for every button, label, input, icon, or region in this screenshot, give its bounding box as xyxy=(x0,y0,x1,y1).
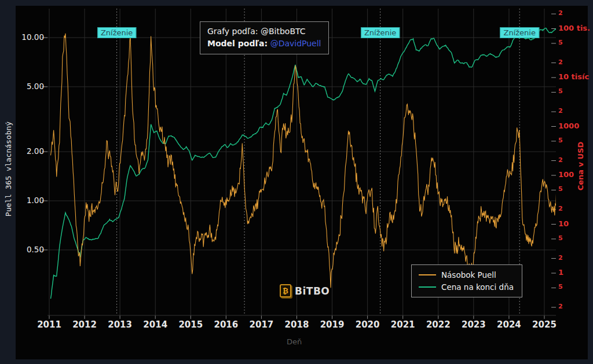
puell-line-swatch xyxy=(419,274,436,275)
year-label: 2011 xyxy=(31,319,68,330)
right-axis-tick: 5 xyxy=(558,87,563,95)
right-axis-tick: 5 xyxy=(558,283,563,291)
year-label: 2015 xyxy=(172,319,209,330)
left-axis-tick: 10.00 xyxy=(14,32,44,42)
year-label: 2019 xyxy=(314,319,351,330)
year-label: 2023 xyxy=(455,319,492,330)
credit-box: Grafy podľa: @BitboBTC Model podľa: @Dav… xyxy=(200,21,329,54)
right-axis-tick: 2 xyxy=(558,107,563,115)
right-axis-tick: 2 xyxy=(558,303,563,310)
year-label: 2024 xyxy=(490,319,528,330)
right-axis-tick: 2 xyxy=(558,9,563,17)
right-axis-tick: 5 xyxy=(558,185,563,193)
legend-label-price: Cena na konci dňa xyxy=(441,282,514,292)
year-label: 2021 xyxy=(385,319,422,330)
year-label: 2025 xyxy=(526,319,563,330)
year-label: 2016 xyxy=(207,319,244,330)
right-axis-tick: 100 tis. xyxy=(558,24,590,32)
credit-line-1: Grafy podľa: @BitboBTC xyxy=(207,25,321,38)
right-axis-tick: 2 xyxy=(558,156,563,164)
left-axis-tick: 1.00 xyxy=(14,196,44,205)
legend-item-puell[interactable]: Násobok Puell xyxy=(419,269,514,281)
year-label: 2022 xyxy=(420,319,457,330)
year-label: 2020 xyxy=(349,319,386,330)
legend: Násobok Puell Cena na konci dňa xyxy=(411,264,522,297)
right-axis-tick: 5 xyxy=(558,39,563,46)
bitcoin-cube-icon: ₿ xyxy=(280,284,291,297)
right-axis-tick: 10 xyxy=(558,219,569,228)
price-series-line xyxy=(51,27,558,299)
right-axis-tick: 5 xyxy=(558,234,563,242)
right-axis-tick: 2 xyxy=(558,254,563,262)
price-line-swatch xyxy=(419,286,436,288)
credit-line-2: Model podľa: @DavidPuell xyxy=(207,38,321,50)
year-label: 2013 xyxy=(101,319,138,330)
credit-line2-label: Model podľa: xyxy=(207,39,268,48)
left-axis-title: Puell 365 vlacnásobný xyxy=(4,122,13,216)
right-axis-tick: 1000 xyxy=(558,122,579,130)
halving-label: Zníženie xyxy=(500,27,539,38)
right-axis-tick: 2 xyxy=(558,58,563,66)
right-axis-title: Cena v USD xyxy=(576,142,585,191)
year-label: 2017 xyxy=(243,319,280,330)
right-axis-tick: 2 xyxy=(558,205,563,212)
puell-series-line xyxy=(51,34,558,288)
left-axis-tick: 2.00 xyxy=(14,146,44,156)
halving-label: Zníženie xyxy=(361,27,400,38)
halving-label: Zníženie xyxy=(97,27,136,38)
right-axis-tick: 5 xyxy=(558,137,563,144)
x-axis-title: Deň xyxy=(259,337,329,346)
bitbo-watermark: ₿ BiTBO xyxy=(280,284,330,297)
credit-line1-label: Grafy podľa: xyxy=(207,27,258,36)
legend-item-price[interactable]: Cena na konci dňa xyxy=(419,281,514,293)
year-label: 2018 xyxy=(278,319,315,330)
right-axis-tick: 100 xyxy=(558,170,574,179)
left-axis-tick: 0.50 xyxy=(14,245,44,254)
year-label: 2012 xyxy=(66,319,103,330)
plot-canvas[interactable] xyxy=(0,0,593,364)
right-axis-tick: 10 tisíc xyxy=(558,72,589,81)
credit-line1-handle: @BitboBTC xyxy=(261,27,306,36)
left-axis-tick: 5.00 xyxy=(14,82,44,91)
year-label: 2014 xyxy=(137,319,174,330)
legend-label-puell: Násobok Puell xyxy=(441,270,496,280)
bitbo-watermark-text: BiTBO xyxy=(295,285,330,297)
credit-line2-handle-link[interactable]: @DavidPuell xyxy=(270,39,321,48)
right-axis-tick: 1 xyxy=(558,268,563,277)
